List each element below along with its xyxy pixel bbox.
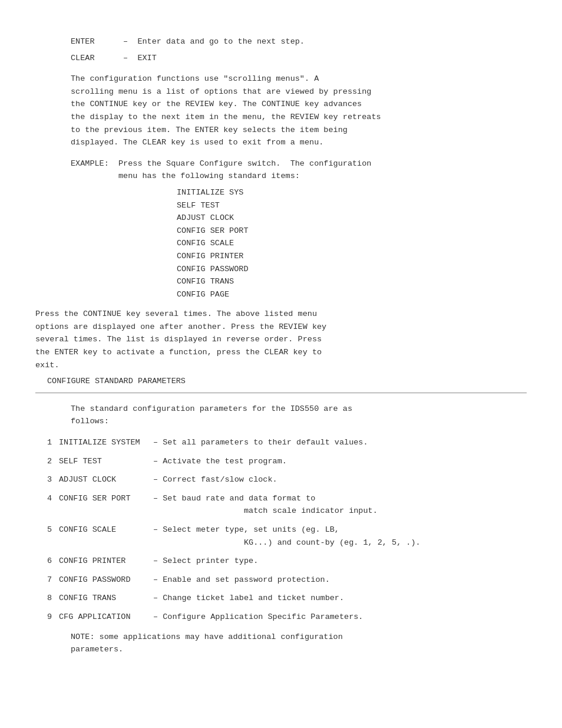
param-row-9: 9 CFG APPLICATION – Configure Applicatio… [35,611,527,624]
scrolling-menu-paragraph: The configuration functions use "scrolli… [35,73,527,149]
list-item: CONFIG PASSWORD [177,263,527,276]
main-content: ENTER – Enter data and go to the next st… [35,35,527,656]
list-item: ADJUST CLOCK [177,212,527,225]
list-item: SELF TEST [177,199,527,212]
list-item: CONFIG PRINTER [177,250,527,263]
enter-line: ENTER – Enter data and go to the next st… [35,35,527,48]
param-row-3: 3 ADJUST CLOCK – Correct fast/slow clock… [35,473,527,486]
list-item: INITIALIZE SYS [177,186,527,199]
continue-paragraph: Press the CONTINUE key several times. Th… [35,308,527,371]
parameters-list: 1 INITIALIZE SYSTEM – Set all parameters… [35,436,527,624]
note-section: NOTE: some applications may have additio… [35,631,527,656]
param-row-4: 4 CONFIG SER PORT – Set baud rate and da… [35,492,527,518]
list-item: CONFIG SER PORT [177,225,527,238]
list-item: CONFIG TRANS [177,275,527,288]
divider-line [35,393,527,393]
menu-items-list: INITIALIZE SYS SELF TEST ADJUST CLOCK CO… [35,186,527,301]
param-row-5: 5 CONFIG SCALE – Select meter type, set … [35,523,527,549]
param-row-8: 8 CONFIG TRANS – Change ticket label and… [35,592,527,605]
configure-heading: CONFIGURE STANDARD PARAMETERS [35,375,527,388]
param-row-2: 2 SELF TEST – Activate the test program. [35,455,527,468]
list-item: CONFIG SCALE [177,237,527,250]
param-row-6: 6 CONFIG PRINTER – Select printer type. [35,555,527,568]
param-row-1: 1 INITIALIZE SYSTEM – Set all parameters… [35,436,527,449]
param-row-7: 7 CONFIG PASSWORD – Enable and set passw… [35,574,527,587]
clear-line: CLEAR – EXIT [35,52,527,65]
example-section: EXAMPLE: Press the Square Configure swit… [35,157,527,183]
standard-config-intro: The standard configuration parameters fo… [35,403,527,428]
list-item: CONFIG PAGE [177,288,527,301]
